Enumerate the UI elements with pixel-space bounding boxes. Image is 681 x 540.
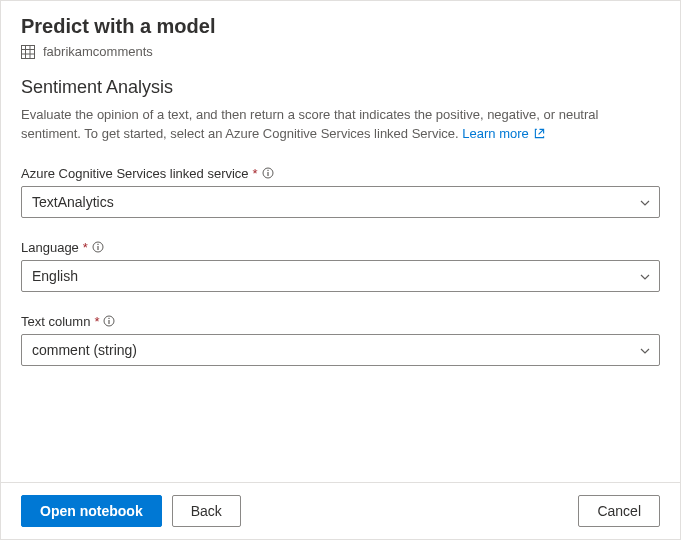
- panel-content: Predict with a model fabrikamcomments Se…: [1, 1, 680, 482]
- learn-more-text: Learn more: [462, 126, 528, 141]
- language-select[interactable]: English: [21, 260, 660, 292]
- back-button[interactable]: Back: [172, 495, 241, 527]
- svg-rect-7: [267, 172, 268, 176]
- linked-service-label: Azure Cognitive Services linked service: [21, 166, 249, 181]
- language-label: Language: [21, 240, 79, 255]
- text-column-value: comment (string): [32, 342, 137, 358]
- text-column-select[interactable]: comment (string): [21, 334, 660, 366]
- svg-rect-10: [97, 246, 98, 250]
- svg-line-5: [539, 129, 544, 134]
- section-description: Evaluate the opinion of a text, and then…: [21, 106, 660, 144]
- section-title: Sentiment Analysis: [21, 77, 660, 98]
- text-column-label: Text column: [21, 314, 90, 329]
- footer: Open notebook Back Cancel: [1, 482, 680, 539]
- svg-rect-8: [267, 170, 268, 171]
- required-asterisk: *: [83, 240, 88, 255]
- language-label-row: Language *: [21, 240, 660, 255]
- info-icon[interactable]: [262, 167, 274, 179]
- language-value: English: [32, 268, 78, 284]
- page-title: Predict with a model: [21, 15, 660, 38]
- external-link-icon: [534, 126, 545, 137]
- text-column-label-row: Text column *: [21, 314, 660, 329]
- required-asterisk: *: [94, 314, 99, 329]
- chevron-down-icon: [639, 196, 651, 208]
- cancel-button[interactable]: Cancel: [578, 495, 660, 527]
- svg-rect-0: [22, 45, 35, 58]
- table-icon: [21, 45, 35, 59]
- chevron-down-icon: [639, 344, 651, 356]
- field-language: Language * English: [21, 240, 660, 292]
- svg-rect-11: [97, 244, 98, 245]
- linked-service-label-row: Azure Cognitive Services linked service …: [21, 166, 660, 181]
- svg-rect-13: [109, 320, 110, 324]
- chevron-down-icon: [639, 270, 651, 282]
- dataset-row: fabrikamcomments: [21, 44, 660, 59]
- predict-panel: Predict with a model fabrikamcomments Se…: [0, 0, 681, 540]
- field-linked-service: Azure Cognitive Services linked service …: [21, 166, 660, 218]
- learn-more-link[interactable]: Learn more: [462, 126, 545, 141]
- linked-service-value: TextAnalytics: [32, 194, 114, 210]
- open-notebook-button[interactable]: Open notebook: [21, 495, 162, 527]
- svg-rect-14: [109, 318, 110, 319]
- dataset-name: fabrikamcomments: [43, 44, 153, 59]
- info-icon[interactable]: [92, 241, 104, 253]
- info-icon[interactable]: [103, 315, 115, 327]
- linked-service-select[interactable]: TextAnalytics: [21, 186, 660, 218]
- field-text-column: Text column * comment (string): [21, 314, 660, 366]
- required-asterisk: *: [253, 166, 258, 181]
